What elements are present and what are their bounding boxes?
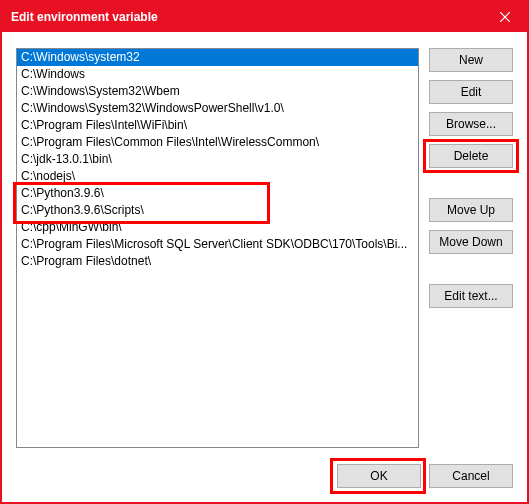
window-title: Edit environment variable	[11, 10, 482, 24]
path-listbox[interactable]: C:\Windows\system32C:\WindowsC:\Windows\…	[16, 48, 419, 448]
list-item[interactable]: C:\Program Files\Microsoft SQL Server\Cl…	[17, 236, 418, 253]
browse-button[interactable]: Browse...	[429, 112, 513, 136]
spacer	[429, 176, 513, 198]
list-item[interactable]: C:\nodejs\	[17, 168, 418, 185]
list-item[interactable]: C:\jdk-13.0.1\bin\	[17, 151, 418, 168]
spacer	[429, 262, 513, 284]
list-item[interactable]: C:\Python3.9.6\	[17, 185, 418, 202]
close-icon	[500, 12, 510, 22]
list-item[interactable]: C:\Windows	[17, 66, 418, 83]
title-bar: Edit environment variable	[2, 2, 527, 32]
ok-button[interactable]: OK	[337, 464, 421, 488]
list-item[interactable]: C:\Python3.9.6\Scripts\	[17, 202, 418, 219]
list-item[interactable]: C:\cpp\MinGW\bin\	[17, 219, 418, 236]
close-button[interactable]	[482, 2, 527, 32]
list-item[interactable]: C:\Program Files\Common Files\Intel\Wire…	[17, 134, 418, 151]
list-item[interactable]: C:\Windows\System32\WindowsPowerShell\v1…	[17, 100, 418, 117]
new-button[interactable]: New	[429, 48, 513, 72]
delete-button[interactable]: Delete	[429, 144, 513, 168]
list-item[interactable]: C:\Program Files\dotnet\	[17, 253, 418, 270]
list-wrap: C:\Windows\system32C:\WindowsC:\Windows\…	[16, 48, 419, 458]
work-row: C:\Windows\system32C:\WindowsC:\Windows\…	[16, 48, 513, 458]
movedown-button[interactable]: Move Down	[429, 230, 513, 254]
cancel-button[interactable]: Cancel	[429, 464, 513, 488]
edittext-button[interactable]: Edit text...	[429, 284, 513, 308]
client-area: C:\Windows\system32C:\WindowsC:\Windows\…	[2, 32, 527, 502]
edit-button[interactable]: Edit	[429, 80, 513, 104]
bottom-row: OK Cancel	[16, 464, 513, 488]
list-item[interactable]: C:\Program Files\Intel\WiFi\bin\	[17, 117, 418, 134]
side-buttons: New Edit Browse... Delete Move Up Move D…	[429, 48, 513, 458]
moveup-button[interactable]: Move Up	[429, 198, 513, 222]
list-item[interactable]: C:\Windows\System32\Wbem	[17, 83, 418, 100]
list-item[interactable]: C:\Windows\system32	[17, 49, 418, 66]
